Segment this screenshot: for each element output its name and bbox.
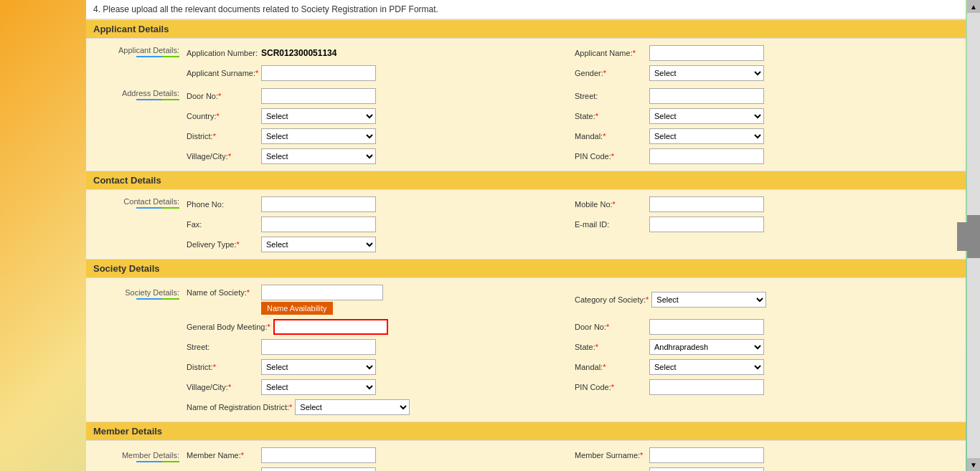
state-select[interactable]: Select	[649, 108, 764, 124]
member-name-group: Member Name:	[187, 447, 570, 463]
country-group: Country: Select	[187, 108, 570, 124]
email-label: E-mail ID:	[575, 220, 646, 229]
name-availability-button[interactable]: Name Availability	[261, 302, 333, 315]
state-label: State:	[575, 112, 646, 120]
delivery-type-label: Delivery Type:	[187, 240, 258, 249]
society-details-body: Society Details: Name of Society: Name A…	[86, 278, 966, 422]
society-sidebar-label: Society Details:	[125, 288, 179, 297]
door-no-group: Door No:	[187, 88, 570, 104]
contact-sidebar-label: Contact Details:	[123, 197, 179, 206]
applicant-surname-input[interactable]	[261, 65, 376, 81]
society-row5: Village/City: Select PIN Code:	[179, 377, 966, 397]
general-body-label: General Body Meeting:	[187, 323, 270, 331]
scroll-down-arrow[interactable]: ▼	[967, 458, 980, 471]
contact-details-body: Contact Details: Phone No: Mobile No:	[86, 190, 966, 259]
address-row1: Door No: Street:	[179, 86, 966, 106]
general-body-meeting-input[interactable]	[273, 319, 388, 335]
society-row3: Street: State: Andhrapradesh	[179, 337, 966, 357]
phone-label: Phone No:	[187, 200, 258, 209]
door-no-label: Door No:	[187, 92, 258, 100]
delivery-type-group: Delivery Type: Select	[187, 237, 570, 252]
category-group: Category of Society: Select	[575, 292, 958, 308]
society-details-title: Society Details	[93, 263, 160, 274]
society-village-select[interactable]: Select	[261, 379, 376, 395]
society-door-no-label: Door No:	[575, 323, 646, 331]
address-row3: District: Select Mandal: Select	[179, 126, 966, 146]
side-tab[interactable]	[957, 222, 967, 251]
district-select[interactable]: Select	[261, 128, 376, 144]
society-mandal-group: Mandal: Select	[575, 359, 958, 375]
mobile-label: Mobile No:	[575, 200, 646, 209]
age-input[interactable]	[649, 467, 764, 471]
society-street-input[interactable]	[261, 339, 376, 355]
email-input[interactable]	[649, 217, 764, 232]
society-district-label: District:	[187, 363, 258, 371]
applicant-details-body: Applicant Details: Application Number: S…	[86, 39, 966, 171]
society-state-label: State:	[575, 343, 646, 351]
member-name-input[interactable]	[261, 447, 376, 463]
society-name-input[interactable]	[261, 285, 383, 300]
door-no-input[interactable]	[261, 88, 376, 104]
society-district-select[interactable]: Select	[261, 359, 376, 375]
applicant-details-title: Applicant Details	[93, 24, 169, 34]
address-row2: Country: Select State: Select	[179, 106, 966, 126]
village-city-select[interactable]: Select	[261, 148, 376, 164]
mandal-select[interactable]: Select	[649, 128, 764, 144]
mobile-group: Mobile No:	[575, 196, 958, 212]
member-surname-input[interactable]	[649, 447, 764, 463]
contact-row1: Phone No: Mobile No:	[179, 194, 966, 214]
scrollbar[interactable]: ▲ ▼	[967, 0, 980, 471]
mobile-input[interactable]	[649, 196, 764, 212]
scroll-up-arrow[interactable]: ▲	[967, 0, 980, 13]
registration-district-label: Name of Registration District:	[187, 403, 292, 411]
member-details-section-header: Member Details	[86, 422, 966, 441]
society-row6: Name of Registration District: Select	[179, 397, 966, 417]
application-number-label: Application Number:	[187, 49, 258, 57]
society-door-no-input[interactable]	[649, 319, 764, 335]
address-row4: Village/City: Select PIN Code:	[179, 146, 966, 166]
society-state-group: State: Andhrapradesh	[575, 339, 958, 355]
society-pin-input[interactable]	[649, 379, 764, 395]
society-mandal-select[interactable]: Select	[649, 359, 764, 375]
member-row2: Gender: Select Age:	[179, 465, 966, 471]
contact-row3: Delivery Type: Select	[179, 234, 966, 254]
delivery-type-select[interactable]: Select	[261, 237, 376, 252]
scrollbar-thumb[interactable]	[967, 215, 980, 258]
contact-row2: Fax: E-mail ID:	[179, 214, 966, 234]
country-select[interactable]: Select	[261, 108, 376, 124]
mandal-label: Mandal:	[575, 132, 646, 141]
gender-select[interactable]: Select	[649, 65, 764, 81]
category-select[interactable]: Select	[651, 292, 766, 308]
street-group: Street:	[575, 88, 958, 104]
gender-group: Gender: Select	[575, 65, 958, 81]
society-sidebar-underline	[136, 298, 179, 300]
society-fields: Name of Society: Name Availability Categ…	[179, 282, 966, 417]
member-surname-group: Member Surname:	[575, 447, 958, 463]
applicant-fields: Application Number: SCR012300051134 Appl…	[179, 43, 966, 83]
applicant-details-section-header: Applicant Details	[86, 19, 966, 39]
upload-notice-text: 4. Please upload all the relevant docume…	[93, 4, 438, 14]
category-label: Category of Society:	[575, 295, 649, 304]
applicant-name-input[interactable]	[649, 45, 764, 61]
society-door-no-group: Door No:	[575, 319, 958, 335]
applicant-row1: Application Number: SCR012300051134 Appl…	[179, 43, 966, 63]
street-input[interactable]	[649, 88, 764, 104]
fax-group: Fax:	[187, 217, 570, 232]
address-sidebar-label: Address Details:	[122, 89, 179, 97]
member-surname-label: Member Surname:	[575, 451, 646, 460]
upload-notice: 4. Please upload all the relevant docume…	[86, 0, 966, 19]
member-gender-select[interactable]: Select	[261, 467, 376, 471]
contact-sidebar: Contact Details:	[86, 194, 179, 254]
pin-code-input[interactable]	[649, 148, 764, 164]
society-district-group: District: Select	[187, 359, 570, 375]
phone-input[interactable]	[261, 196, 376, 212]
application-number-value: SCR012300051134	[261, 48, 336, 58]
fax-input[interactable]	[261, 217, 376, 232]
society-state-select[interactable]: Andhrapradesh	[649, 339, 764, 355]
general-body-group: General Body Meeting:	[187, 319, 570, 335]
society-mandal-label: Mandal:	[575, 363, 646, 371]
registration-district-select[interactable]: Select	[295, 399, 410, 415]
applicant-surname-label: Applicant Surname:	[187, 69, 258, 77]
member-sidebar: Member Details:	[86, 445, 179, 471]
pin-code-group: PIN Code:	[575, 148, 958, 164]
